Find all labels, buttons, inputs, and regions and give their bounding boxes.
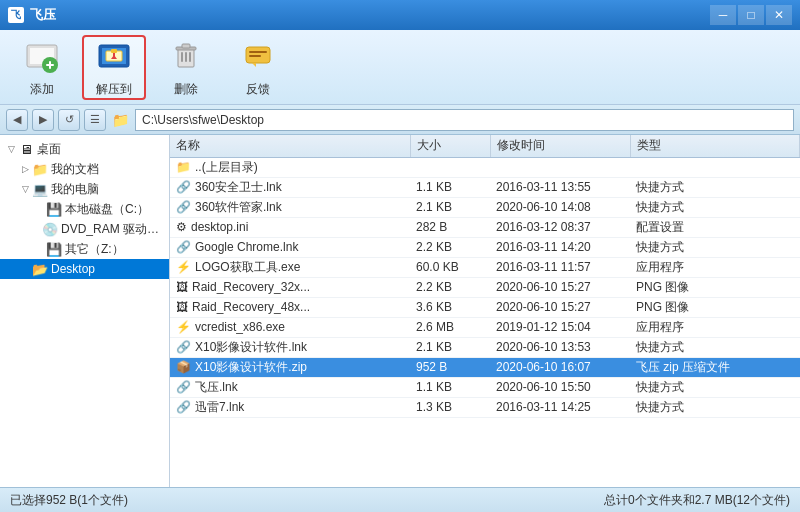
dvd-icon: 💿 bbox=[42, 221, 58, 237]
table-row[interactable]: 🖼 Raid_Recovery_32x...2.2 KB2020-06-10 1… bbox=[170, 277, 800, 297]
feedback-icon bbox=[238, 37, 278, 77]
file-mtime-cell: 2020-06-10 16:07 bbox=[490, 357, 630, 377]
file-size-cell: 2.6 MB bbox=[410, 317, 490, 337]
table-row[interactable]: 🔗 360安全卫士.lnk1.1 KB2016-03-11 13:55快捷方式 bbox=[170, 177, 800, 197]
desktop-folder-icon: 📂 bbox=[32, 261, 48, 277]
close-button[interactable]: ✕ bbox=[766, 5, 792, 25]
table-row[interactable]: ⚙ desktop.ini282 B2016-03-12 08:37配置设置 bbox=[170, 217, 800, 237]
file-mtime-cell: 2020-06-10 15:27 bbox=[490, 277, 630, 297]
delete-icon bbox=[166, 37, 206, 77]
file-mtime-cell: 2020-06-10 13:53 bbox=[490, 337, 630, 357]
file-name-cell: 🔗 飞压.lnk bbox=[176, 379, 238, 396]
delete-button[interactable]: 删除 bbox=[154, 35, 218, 100]
feedback-button[interactable]: 反馈 bbox=[226, 35, 290, 100]
file-type-icon: ⚙ bbox=[176, 220, 187, 234]
back-button[interactable]: ◀ bbox=[6, 109, 28, 131]
file-size-cell: 2.2 KB bbox=[410, 237, 490, 257]
file-size-cell: 952 B bbox=[410, 357, 490, 377]
col-name[interactable]: 名称 bbox=[170, 135, 410, 157]
file-mtime-cell: 2016-03-11 14:25 bbox=[490, 397, 630, 417]
svg-rect-15 bbox=[185, 52, 187, 62]
file-name-cell: 📁 ..(上层目录) bbox=[176, 159, 258, 176]
sidebar-item-mydocs[interactable]: ▷ 📁 我的文档 bbox=[0, 159, 169, 179]
app-icon: 飞 bbox=[8, 7, 24, 23]
sidebar-item-desktop-folder[interactable]: 📂 Desktop bbox=[0, 259, 169, 279]
svg-rect-16 bbox=[189, 52, 191, 62]
sidebar-label-desktop: 桌面 bbox=[37, 141, 61, 158]
status-bar: 已选择952 B(1个文件) 总计0个文件夹和2.7 MB(12个文件) bbox=[0, 487, 800, 512]
sidebar-item-desktop[interactable]: ▽ 🖥 桌面 bbox=[0, 139, 169, 159]
table-row[interactable]: ⚡ LOGO获取工具.exe60.0 KB2016-03-11 11:57应用程… bbox=[170, 257, 800, 277]
refresh-button[interactable]: ↺ bbox=[58, 109, 80, 131]
table-row[interactable]: 🔗 360软件管家.lnk2.1 KB2020-06-10 14:08快捷方式 bbox=[170, 197, 800, 217]
maximize-button[interactable]: □ bbox=[738, 5, 764, 25]
sidebar-label-desktop-folder: Desktop bbox=[51, 262, 95, 276]
table-row[interactable]: 🖼 Raid_Recovery_48x...3.6 KB2020-06-10 1… bbox=[170, 297, 800, 317]
forward-button[interactable]: ▶ bbox=[32, 109, 54, 131]
file-type-icon: 🔗 bbox=[176, 200, 191, 214]
status-total: 总计0个文件夹和2.7 MB(12个文件) bbox=[604, 492, 790, 509]
file-size-cell: 1.1 KB bbox=[410, 377, 490, 397]
file-mtime-cell: 2020-06-10 15:27 bbox=[490, 297, 630, 317]
file-type-icon: 🔗 bbox=[176, 180, 191, 194]
file-list: 名称 大小 修改时间 类型 📁 ..(上层目录)🔗 360安全卫士.lnk1.1… bbox=[170, 135, 800, 487]
file-type-cell: 快捷方式 bbox=[630, 197, 800, 217]
minimize-button[interactable]: ─ bbox=[710, 5, 736, 25]
file-name-cell: 🔗 360安全卫士.lnk bbox=[176, 179, 282, 196]
tree-toggle-dvd bbox=[28, 222, 42, 236]
table-row[interactable]: 📁 ..(上层目录) bbox=[170, 157, 800, 177]
sidebar-item-mycomputer[interactable]: ▽ 💻 我的电脑 bbox=[0, 179, 169, 199]
table-row[interactable]: 📦 X10影像设计软件.zip952 B2020-06-10 16:07飞压 z… bbox=[170, 357, 800, 377]
svg-rect-13 bbox=[182, 44, 190, 48]
svg-rect-19 bbox=[249, 55, 261, 57]
file-type-cell: 应用程序 bbox=[630, 317, 800, 337]
sidebar-item-diskz[interactable]: 💾 其它（Z:） bbox=[0, 239, 169, 259]
view-button[interactable]: ☰ bbox=[84, 109, 106, 131]
file-name-cell: ⚙ desktop.ini bbox=[176, 220, 248, 234]
col-size[interactable]: 大小 bbox=[410, 135, 490, 157]
title-bar: 飞 飞压 ─ □ ✕ bbox=[0, 0, 800, 30]
status-selected: 已选择952 B(1个文件) bbox=[10, 492, 584, 509]
file-type-icon: 🔗 bbox=[176, 240, 191, 254]
main-content: ▽ 🖥 桌面 ▷ 📁 我的文档 ▽ 💻 我的电脑 💾 本地磁盘（C:） bbox=[0, 135, 800, 487]
table-row[interactable]: 🔗 Google Chrome.lnk2.2 KB2016-03-11 14:2… bbox=[170, 237, 800, 257]
table-row[interactable]: 🔗 X10影像设计软件.lnk2.1 KB2020-06-10 13:53快捷方… bbox=[170, 337, 800, 357]
file-size-cell: 1.3 KB bbox=[410, 397, 490, 417]
file-type-cell: 应用程序 bbox=[630, 257, 800, 277]
table-row[interactable]: 🔗 飞压.lnk1.1 KB2020-06-10 15:50快捷方式 bbox=[170, 377, 800, 397]
add-button[interactable]: 添加 bbox=[10, 35, 74, 100]
add-label: 添加 bbox=[30, 81, 54, 98]
file-name-cell: 🖼 Raid_Recovery_32x... bbox=[176, 280, 310, 294]
address-input[interactable] bbox=[135, 109, 794, 131]
file-mtime-cell: 2016-03-11 14:20 bbox=[490, 237, 630, 257]
table-header-row: 名称 大小 修改时间 类型 bbox=[170, 135, 800, 157]
sidebar-label-diskz: 其它（Z:） bbox=[65, 241, 124, 258]
svg-rect-10 bbox=[113, 53, 115, 59]
mycomputer-icon: 💻 bbox=[32, 181, 48, 197]
file-size-cell: 282 B bbox=[410, 217, 490, 237]
file-type-cell: PNG 图像 bbox=[630, 277, 800, 297]
file-name-cell: 🔗 Google Chrome.lnk bbox=[176, 240, 298, 254]
tree-toggle-mycomputer: ▽ bbox=[18, 182, 32, 196]
tree-toggle-diskc bbox=[32, 202, 46, 216]
file-size-cell: 2.1 KB bbox=[410, 337, 490, 357]
file-name-cell: 🔗 360软件管家.lnk bbox=[176, 199, 282, 216]
sidebar-item-dvd[interactable]: 💿 DVD_RAM 驱动器（D bbox=[0, 219, 169, 239]
tree-toggle: ▽ bbox=[4, 142, 18, 156]
file-size-cell: 3.6 KB bbox=[410, 297, 490, 317]
table-row[interactable]: ⚡ vcredist_x86.exe2.6 MB2019-01-12 15:04… bbox=[170, 317, 800, 337]
file-name-cell: 🔗 迅雷7.lnk bbox=[176, 399, 244, 416]
sidebar-label-dvd: DVD_RAM 驱动器（D bbox=[61, 221, 165, 238]
delete-label: 删除 bbox=[174, 81, 198, 98]
col-mtime[interactable]: 修改时间 bbox=[490, 135, 630, 157]
table-row[interactable]: 🔗 迅雷7.lnk1.3 KB2016-03-11 14:25快捷方式 bbox=[170, 397, 800, 417]
folder-icon: 📁 bbox=[112, 112, 129, 128]
file-type-icon: 🖼 bbox=[176, 300, 188, 314]
file-mtime-cell: 2016-03-11 13:55 bbox=[490, 177, 630, 197]
extract-button[interactable]: 解压到 bbox=[82, 35, 146, 100]
col-type[interactable]: 类型 bbox=[630, 135, 800, 157]
address-bar: ◀ ▶ ↺ ☰ 📁 bbox=[0, 105, 800, 135]
file-type-icon: 🖼 bbox=[176, 280, 188, 294]
file-type-icon: 📁 bbox=[176, 160, 191, 174]
sidebar-item-diskc[interactable]: 💾 本地磁盘（C:） bbox=[0, 199, 169, 219]
